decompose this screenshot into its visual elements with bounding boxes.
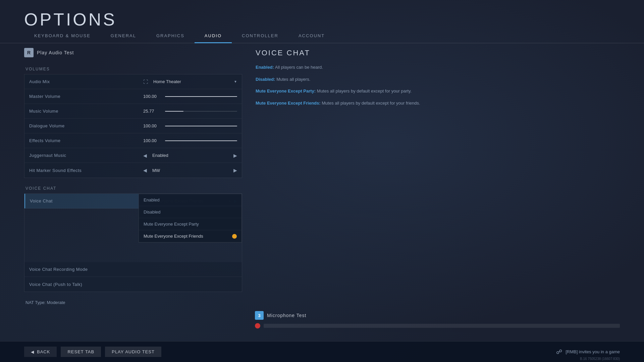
setting-row-push-to-talk[interactable]: Voice Chat (Push to Talk) [24,277,242,292]
setting-value-juggernaut-music: ◀ Enabled ▶ [143,153,237,158]
back-icon: ◀ [31,350,34,354]
version-text: B.16 7505238 (16607:830) [580,357,620,361]
setting-name-juggernaut-music: Juggernaut Music [29,153,143,158]
back-label: Back [37,349,50,354]
tab-graphics[interactable]: GRAPHICS [146,28,195,43]
setting-name-master-volume: Master Volume [29,94,143,99]
r-button: R [24,48,34,57]
effects-volume-slider[interactable]: 100.00 [143,138,237,143]
play-audio-test-button[interactable]: Play Audio Test [105,347,161,357]
setting-value-music-volume: 25.77 [143,109,237,114]
setting-name-hit-marker: Hit Marker Sound Effects [29,168,143,173]
hit-marker-value: MW [152,168,228,173]
juggernaut-next-arrow[interactable]: ▶ [233,153,237,158]
mic-test-label: Microphone Test [267,313,306,318]
setting-row-voice-chat-recording[interactable]: Voice Chat Recording Mode [24,262,242,277]
dialogue-volume-track [165,126,237,126]
setting-name-voice-chat-recording: Voice Chat Recording Mode [29,267,143,272]
setting-value-audio-mix: ⛶ Home Theater ▼ [143,79,237,84]
voice-info-mute-party: Mute Everyone Except Party: Mutes all pl… [256,88,620,95]
voice-info-mute-friends: Mute Everyone Except Friends: Mutes all … [256,100,620,107]
voice-info-mute-party-label: Mute Everyone Except Party: [256,88,316,94]
setting-row-juggernaut-music[interactable]: Juggernaut Music ◀ Enabled ▶ [24,148,242,163]
chat-icon: ☍ [556,348,562,356]
effects-volume-number: 100.00 [143,138,162,143]
setting-row-music-volume[interactable]: Music Volume 25.77 [24,104,242,119]
voice-info-enabled-text: All players can be heard. [275,65,323,70]
mic-test-number: 3 [255,311,264,320]
voice-info-mute-friends-label: Mute Everyone Except Friends: [256,101,321,106]
tab-general[interactable]: GENERAL [101,28,146,43]
voice-info-disabled: Disabled: Mutes all players. [256,76,620,83]
setting-value-effects-volume: 100.00 [143,138,237,143]
hit-marker-arrows[interactable]: ◀ MW ▶ [143,168,237,173]
voice-chat-info-title: VOICE CHAT [256,49,620,57]
music-volume-track [165,111,237,112]
setting-name-voice-chat: Voice Chat [30,198,144,203]
setting-name-push-to-talk: Voice Chat (Push to Talk) [29,282,143,287]
voice-info-disabled-text: Mutes all players. [276,77,310,82]
voice-info-mute-party-text: Mutes all players by default except for … [317,88,412,94]
master-volume-slider[interactable]: 100.00 [143,94,237,99]
voice-chat-info: VOICE CHAT Enabled: All players can be h… [256,49,620,106]
dialogue-volume-slider[interactable]: 100.00 [143,123,237,128]
dropdown-option-mute-party-label: Mute Everyone Except Party [144,222,199,227]
tab-controller[interactable]: CONTROLLER [232,28,288,43]
setting-row-dialogue-volume[interactable]: Dialogue Volume 100.00 [24,119,242,133]
effects-volume-fill [165,140,237,141]
nat-type: NAT Type: Moderate [24,300,242,305]
voice-chat-settings: Voice Chat Mute Everyone Except Friends … [24,193,242,292]
effects-volume-track [165,140,237,141]
voice-chat-label: Voice Chat [24,186,242,191]
mic-level-bar [264,324,620,328]
setting-row-audio-mix[interactable]: Audio Mix ⛶ Home Theater ▼ [24,74,242,89]
tab-account[interactable]: ACCOUNT [288,28,335,43]
setting-name-audio-mix: Audio Mix [29,79,143,84]
juggernaut-prev-arrow[interactable]: ◀ [143,153,147,158]
voice-info-enabled-label: Enabled: [256,65,274,70]
back-button[interactable]: ◀ Back [24,347,57,357]
tab-keyboard-mouse[interactable]: KEYBOARD & MOUSE [24,28,101,43]
nav-tabs: KEYBOARD & MOUSE GENERAL GRAPHICS AUDIO … [0,28,644,43]
hit-marker-prev-arrow[interactable]: ◀ [143,168,147,173]
setting-row-hit-marker[interactable]: Hit Marker Sound Effects ◀ MW ▶ [24,163,242,178]
voice-chat-dropdown-popup: Enabled Disabled Mute Everyone Except Pa… [139,194,242,243]
setting-value-dialogue-volume: 100.00 [143,123,237,128]
setting-name-music-volume: Music Volume [29,109,143,114]
hit-marker-next-arrow[interactable]: ▶ [233,168,237,173]
dialogue-volume-number: 100.00 [143,123,162,128]
right-panel: VOICE CHAT Enabled: All players can be h… [256,45,620,340]
dialogue-volume-fill [165,126,237,126]
master-volume-track [165,96,237,97]
dropdown-option-disabled[interactable]: Disabled [139,206,241,218]
page-title: OPTIONS [24,9,117,29]
main-content: R Play Audio Test Volumes Audio Mix ⛶ Ho… [24,45,620,340]
music-volume-number: 25.77 [143,109,162,114]
dropdown-option-enabled[interactable]: Enabled [139,194,241,206]
music-volume-slider[interactable]: 25.77 [143,109,237,114]
music-volume-fill [165,111,183,112]
dropdown-option-enabled-label: Enabled [144,197,160,202]
setting-name-effects-volume: Effects Volume [29,138,143,143]
bottom-right: ☍ [RMB] invites you in a game [556,348,620,356]
volumes-label: Volumes [24,67,242,71]
play-audio-test-bar[interactable]: R Play Audio Test [24,45,242,60]
bottom-bar: ◀ Back Reset Tab Play Audio Test ☍ [RMB]… [0,341,644,362]
audio-mix-value: Home Theater [153,79,231,84]
dropdown-option-mute-party[interactable]: Mute Everyone Except Party [139,218,241,230]
dropdown-option-mute-friends[interactable]: Mute Everyone Except Friends [139,230,241,242]
left-panel: R Play Audio Test Volumes Audio Mix ⛶ Ho… [24,45,242,340]
juggernaut-music-value: Enabled [152,153,228,158]
reset-tab-button[interactable]: Reset Tab [61,347,101,357]
play-audio-test-label: Play Audio Test [37,50,74,55]
setting-row-master-volume[interactable]: Master Volume 100.00 [24,89,242,104]
dropdown-option-mute-friends-label: Mute Everyone Except Friends [144,234,203,239]
master-volume-number: 100.00 [143,94,162,99]
juggernaut-music-arrows[interactable]: ◀ Enabled ▶ [143,153,237,158]
dropdown-arrow-icon: ▼ [234,80,237,83]
external-link-icon: ⛶ [143,79,148,84]
mic-test-section: 3 Microphone Test [255,311,620,328]
setting-row-effects-volume[interactable]: Effects Volume 100.00 [24,133,242,148]
tab-audio[interactable]: AUDIO [195,28,232,43]
notification-text: [RMB] invites you in a game [566,349,620,354]
